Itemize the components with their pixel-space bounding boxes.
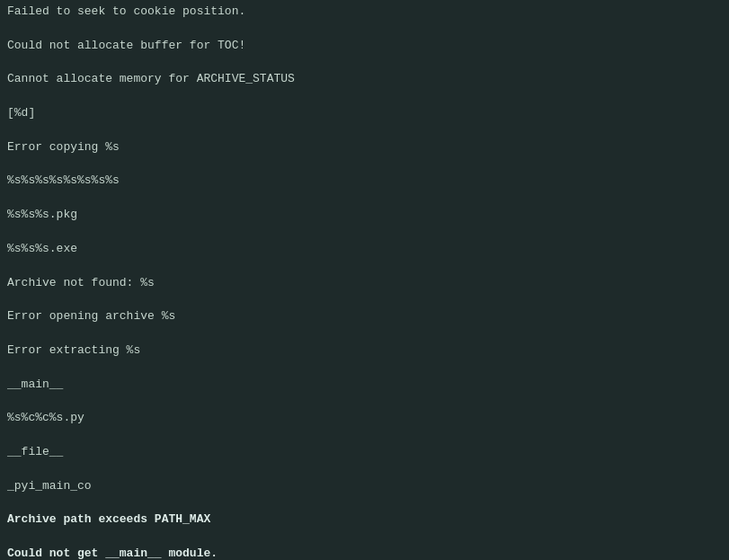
terminal-line: %s%s%s.pkg xyxy=(7,207,722,224)
terminal-line: Error copying %s xyxy=(7,139,722,156)
terminal-line: __main__ xyxy=(7,377,722,394)
terminal-output: Failed to seek to cookie position. Could… xyxy=(0,0,729,560)
terminal-line: Failed to seek to cookie position. xyxy=(7,4,722,21)
terminal-line: %s%s%s.exe xyxy=(7,241,722,258)
terminal-line: _pyi_main_co xyxy=(7,478,722,495)
terminal-line: __file__ xyxy=(7,444,722,461)
terminal-line: Could not get __main__ module. xyxy=(7,546,722,560)
terminal-line: Could not allocate buffer for TOC! xyxy=(7,38,722,55)
terminal-line: [%d] xyxy=(7,105,722,122)
terminal-line: Error extracting %s xyxy=(7,342,722,360)
terminal-line: Error opening archive %s xyxy=(7,308,722,325)
terminal-line: Cannot allocate memory for ARCHIVE_STATU… xyxy=(7,71,722,88)
terminal-line: Archive path exceeds PATH_MAX xyxy=(7,511,722,529)
terminal-line: %s%s%s%s%s%s%s%s xyxy=(7,173,722,190)
terminal-line: %s%c%c%s.py xyxy=(7,410,722,427)
terminal-line: Archive not found: %s xyxy=(7,275,722,292)
